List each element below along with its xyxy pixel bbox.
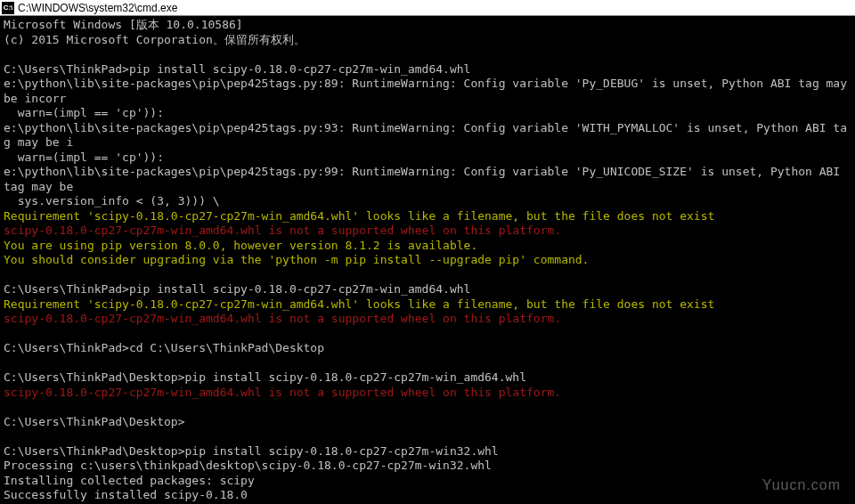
terminal-line: scipy-0.18.0-cp27-cp27m-win_amd64.whl is… <box>4 312 851 327</box>
terminal-line: Processing c:\users\thinkpad\desktop\sci… <box>4 459 851 474</box>
terminal-line: You are using pip version 8.0.0, however… <box>4 239 851 254</box>
terminal-line: C:\Users\ThinkPad>pip install scipy-0.18… <box>4 282 851 297</box>
terminal-line: scipy-0.18.0-cp27-cp27m-win_amd64.whl is… <box>4 224 851 239</box>
terminal-line <box>4 400 851 415</box>
terminal-line: e:\python\lib\site-packages\pip\pep425ta… <box>4 77 851 106</box>
terminal-line: Requirement 'scipy-0.18.0-cp27-cp27m-win… <box>4 297 851 313</box>
terminal-line: C:\Users\ThinkPad\Desktop>pip install sc… <box>4 444 851 459</box>
terminal-line: e:\python\lib\site-packages\pip\pep425ta… <box>4 165 851 194</box>
watermark: Yuucn.com <box>762 477 841 493</box>
terminal-line <box>4 47 851 62</box>
terminal-line: C:\Users\ThinkPad\Desktop> <box>4 415 851 430</box>
terminal-line: You should consider upgrading via the 'p… <box>4 253 851 268</box>
terminal-line: C:\Users\ThinkPad>cd C:\Users\ThinkPad\D… <box>4 341 851 356</box>
terminal-line <box>4 429 851 444</box>
terminal-line: e:\python\lib\site-packages\pip\pep425ta… <box>4 121 851 150</box>
terminal-line <box>4 327 851 342</box>
terminal-line <box>4 356 851 371</box>
terminal-line: (c) 2015 Microsoft Corporation。保留所有权利。 <box>4 33 851 48</box>
window-title: C:\WINDOWS\system32\cmd.exe <box>18 2 177 14</box>
terminal-output[interactable]: Microsoft Windows [版本 10.0.10586](c) 201… <box>0 16 855 504</box>
terminal-line: sys.version_info < (3, 3))) \ <box>4 194 851 209</box>
terminal-line: Installing collected packages: scipy <box>4 474 851 489</box>
cmd-icon: C:\ <box>2 2 14 14</box>
terminal-line: C:\Users\ThinkPad>pip install scipy-0.18… <box>4 62 851 77</box>
terminal-line: C:\Users\ThinkPad\Desktop>pip install sc… <box>4 370 851 386</box>
terminal-line: Microsoft Windows [版本 10.0.10586] <box>4 18 851 33</box>
terminal-line: Successfully installed scipy-0.18.0 <box>4 488 851 503</box>
terminal-line: Requirement 'scipy-0.18.0-cp27-cp27m-win… <box>4 209 851 224</box>
terminal-line: warn=(impl == 'cp')): <box>4 150 851 166</box>
terminal-line: warn=(impl == 'cp')): <box>4 106 851 121</box>
window-title-bar[interactable]: C:\ C:\WINDOWS\system32\cmd.exe <box>0 0 855 16</box>
terminal-line: scipy-0.18.0-cp27-cp27m-win_amd64.whl is… <box>4 386 851 401</box>
terminal-line <box>4 268 851 283</box>
